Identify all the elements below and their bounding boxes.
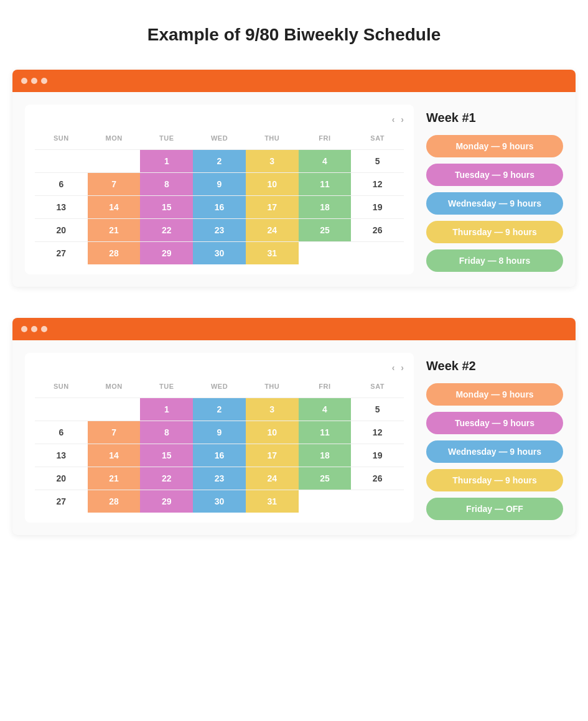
schedule-pill-friday: Friday — OFF	[426, 498, 563, 520]
cal-cell-6: 12	[351, 421, 404, 444]
cal-header-cell: Sat	[351, 132, 404, 144]
week-title: Week #1	[426, 111, 563, 125]
cal-cell-6	[351, 242, 404, 264]
cal-cell-3: 30	[193, 242, 246, 264]
info-section: Week #1 Monday — 9 hours Tuesday — 9 hou…	[426, 105, 563, 274]
cal-cell-5	[299, 242, 352, 264]
cal-cell-0: 27	[35, 242, 88, 264]
cal-cell-4: 31	[246, 242, 299, 264]
cal-cell-6	[351, 490, 404, 513]
schedule-pill-wednesday: Wednesday — 9 hours	[426, 192, 563, 215]
cal-cell-1: 21	[88, 219, 141, 241]
cal-header-cell: Wed	[193, 380, 246, 393]
cal-cell-3: 9	[193, 173, 246, 195]
cal-header-cell: Tue	[140, 380, 193, 393]
cal-cell-1: 21	[88, 467, 141, 490]
cal-cell-0: 13	[35, 444, 88, 467]
cal-cell-3: 30	[193, 490, 246, 513]
schedule-pill-monday: Monday — 9 hours	[426, 135, 563, 157]
cal-cell-2: 1	[140, 398, 193, 421]
cal-cell-1: 7	[88, 421, 141, 444]
cal-cell-6: 26	[351, 219, 404, 241]
schedule-content: ‹ › SunMonTueWedThuFriSat123456789101112…	[12, 340, 576, 535]
cal-header-cell: Fri	[299, 380, 352, 393]
cal-cell-4: 3	[246, 150, 299, 172]
next-nav[interactable]: ›	[401, 363, 404, 373]
cal-nav: ‹ ›	[35, 114, 404, 124]
calendar-section: ‹ › SunMonTueWedThuFriSat123456789101112…	[25, 353, 414, 523]
cal-cell-4: 3	[246, 398, 299, 421]
schedule-pill-thursday: Thursday — 9 hours	[426, 469, 563, 491]
cal-cell-4: 10	[246, 421, 299, 444]
cal-cell-3: 2	[193, 150, 246, 172]
cal-cell-1: 28	[88, 490, 141, 513]
dot-2	[31, 326, 37, 332]
cal-cell-4: 17	[246, 444, 299, 467]
cal-header-cell: Mon	[88, 380, 141, 393]
cal-cell-5: 4	[299, 398, 352, 421]
cal-cell-1: 14	[88, 196, 141, 218]
schedule-block-week2: ‹ › SunMonTueWedThuFriSat123456789101112…	[12, 318, 576, 535]
cal-cell-0: 13	[35, 196, 88, 218]
cal-cell-4: 24	[246, 467, 299, 490]
schedule-pill-tuesday: Tuesday — 9 hours	[426, 164, 563, 186]
dot-3	[41, 78, 47, 84]
cal-nav: ‹ ›	[35, 363, 404, 373]
cal-cell-0: 20	[35, 219, 88, 241]
cal-cell-3: 23	[193, 467, 246, 490]
cal-cell-1: 14	[88, 444, 141, 467]
cal-cell-2: 22	[140, 467, 193, 490]
cal-cell-2: 15	[140, 196, 193, 218]
dot-1	[21, 326, 27, 332]
cal-cell-0: 20	[35, 467, 88, 490]
cal-cell-3: 9	[193, 421, 246, 444]
cal-cell-3: 2	[193, 398, 246, 421]
cal-cell-0	[35, 150, 88, 172]
cal-cell-2: 29	[140, 242, 193, 264]
cal-cell-1	[88, 398, 141, 421]
info-section: Week #2 Monday — 9 hours Tuesday — 9 hou…	[426, 353, 563, 523]
page-title: Example of 9/80 Biweekly Schedule	[12, 25, 576, 45]
cal-header-cell: Wed	[193, 132, 246, 144]
cal-cell-0: 27	[35, 490, 88, 513]
schedule-pill-friday: Friday — 8 hours	[426, 249, 563, 272]
schedule-pill-thursday: Thursday — 9 hours	[426, 221, 563, 243]
cal-cell-2: 29	[140, 490, 193, 513]
cal-cell-5: 11	[299, 173, 352, 195]
cal-header-cell: Sun	[35, 380, 88, 393]
cal-cell-3: 23	[193, 219, 246, 241]
cal-cell-5: 25	[299, 219, 352, 241]
cal-header-cell: Sun	[35, 132, 88, 144]
calendar-section: ‹ › SunMonTueWedThuFriSat123456789101112…	[25, 105, 414, 274]
dot-1	[21, 78, 27, 84]
cal-cell-2: 8	[140, 421, 193, 444]
cal-header-cell: Thu	[246, 380, 299, 393]
window-bar	[12, 318, 576, 340]
cal-header-cell: Mon	[88, 132, 141, 144]
cal-cell-5	[299, 490, 352, 513]
cal-cell-6: 26	[351, 467, 404, 490]
cal-header-cell: Fri	[299, 132, 352, 144]
cal-cell-3: 16	[193, 444, 246, 467]
schedule-block-week1: ‹ › SunMonTueWedThuFriSat123456789101112…	[12, 70, 576, 287]
cal-cell-2: 15	[140, 444, 193, 467]
prev-nav[interactable]: ‹	[392, 114, 395, 124]
cal-cell-2: 22	[140, 219, 193, 241]
cal-cell-3: 16	[193, 196, 246, 218]
prev-nav[interactable]: ‹	[392, 363, 395, 373]
cal-cell-5: 18	[299, 444, 352, 467]
cal-cell-4: 10	[246, 173, 299, 195]
cal-cell-6: 19	[351, 444, 404, 467]
cal-header-cell: Sat	[351, 380, 404, 393]
schedule-pill-monday: Monday — 9 hours	[426, 383, 563, 406]
cal-cell-5: 18	[299, 196, 352, 218]
cal-cell-4: 24	[246, 219, 299, 241]
cal-cell-6: 5	[351, 398, 404, 421]
dot-2	[31, 78, 37, 84]
cal-cell-1: 7	[88, 173, 141, 195]
cal-cell-4: 31	[246, 490, 299, 513]
cal-cell-2: 1	[140, 150, 193, 172]
week-title: Week #2	[426, 359, 563, 373]
cal-header-cell: Tue	[140, 132, 193, 144]
next-nav[interactable]: ›	[401, 114, 404, 124]
